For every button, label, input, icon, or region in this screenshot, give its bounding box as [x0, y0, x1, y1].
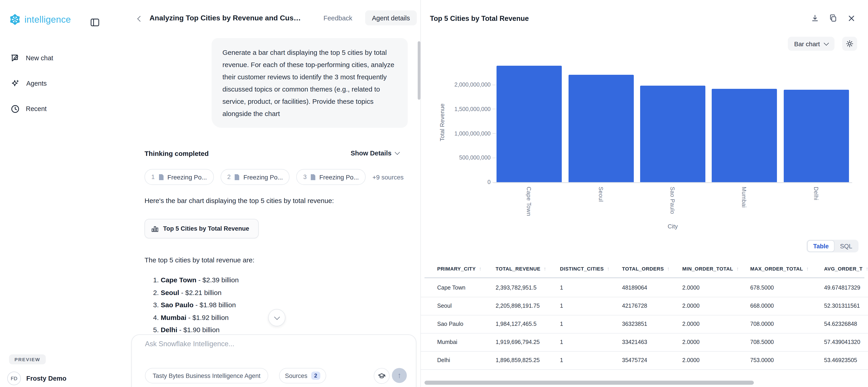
bar-cape-town[interactable] — [497, 65, 562, 182]
table-row[interactable]: Delhi1,896,859,825.251354757242.0000753.… — [421, 351, 868, 370]
feedback-link[interactable]: Feedback — [323, 14, 352, 22]
city-ranking-list: 1. Cape Town - $2.39 billion2. Seoul - $… — [153, 274, 239, 336]
sidebar-item-agents[interactable]: Agents — [6, 75, 106, 92]
rank-number: 4. — [153, 314, 161, 321]
back-button[interactable] — [135, 13, 145, 24]
document-icon — [234, 174, 240, 180]
table-cell: 1 — [560, 315, 563, 333]
show-details-toggle[interactable]: Show Details — [351, 150, 399, 157]
ranking-intro-text: The top 5 cities by total revenue are: — [145, 256, 254, 264]
chart-result-chip[interactable]: Top 5 Cities by Total Revenue — [145, 219, 259, 238]
learning-mode-button[interactable] — [374, 368, 390, 384]
table-row[interactable]: Sao Paulo1,984,127,465.51363238512.00007… — [421, 315, 868, 333]
table-cell: 1 — [560, 279, 563, 297]
x-tick-label: Delhi — [813, 187, 819, 200]
chart-settings-button[interactable] — [842, 37, 857, 51]
gear-icon — [846, 40, 854, 48]
response-intro-text: Here's the bar chart displaying the top … — [145, 197, 334, 204]
table-cell: 48189064 — [622, 279, 647, 297]
column-header[interactable]: PRIMARY_CITY↑ — [437, 266, 482, 272]
rank-amount: - $2.39 billion — [196, 276, 239, 284]
more-sources-link[interactable]: +9 sources — [372, 173, 404, 181]
download-button[interactable] — [810, 13, 820, 23]
column-header[interactable]: TOTAL_ORDERS↑ — [622, 266, 670, 272]
rank-amount: - $1.98 billion — [193, 301, 236, 308]
table-row[interactable]: Mumbai1,919,696,794.251334214632.0000708… — [421, 333, 868, 352]
app-logo-text: intelligence — [25, 14, 71, 25]
column-header[interactable]: MAX_ORDER_TOTAL↑ — [750, 266, 809, 272]
graduation-cap-icon — [378, 373, 385, 379]
ranking-item: 1. Cape Town - $2.39 billion — [153, 274, 239, 286]
x-axis-title: City — [629, 223, 716, 230]
chat-scrollbar-thumb[interactable] — [418, 41, 421, 100]
bar-seoul[interactable] — [568, 75, 633, 182]
column-header[interactable]: TOTAL_REVENUE↑ — [496, 266, 546, 272]
chevron-left-icon — [137, 16, 143, 21]
table-horizontal-scrollbar-thumb[interactable] — [425, 381, 754, 385]
table-cell: Cape Town — [437, 279, 465, 297]
source-chip[interactable]: 1Freezing Po... — [145, 169, 214, 185]
send-button[interactable]: ↑ — [392, 368, 407, 383]
sidebar-item-recent[interactable]: Recent — [6, 100, 106, 117]
copy-button[interactable] — [828, 13, 838, 23]
table-row[interactable]: Cape Town2,393,782,951.51481890642.00006… — [421, 279, 868, 297]
table-cell: 2.0000 — [682, 351, 700, 369]
chevron-down-icon — [274, 314, 280, 320]
y-tick-label: 1,500,000,000 — [448, 106, 491, 112]
snowflake-logo-icon — [9, 13, 21, 25]
bar-sao-paulo[interactable] — [640, 85, 705, 182]
bar-mumbai[interactable] — [712, 89, 777, 182]
user-prompt-bubble: Generate a bar chart displaying the top … — [212, 38, 408, 128]
send-arrow-icon: ↑ — [398, 371, 401, 379]
chart-detail-panel: Top 5 Cities by Total Revenue Bar chart — [421, 0, 868, 387]
table-cell: 54.62326848 — [824, 315, 857, 333]
preview-badge: PREVIEW — [9, 354, 46, 364]
agent-selector-chip[interactable]: Tasty Bytes Business Intelligence Agent — [145, 368, 268, 383]
column-header[interactable]: DISTINCT_CITIES↑ — [560, 266, 610, 272]
table-cell: 708.0000 — [750, 315, 774, 333]
tab-table[interactable]: Table — [807, 240, 835, 252]
x-tick-label: Sao Paulo — [669, 187, 676, 214]
bar-delhi[interactable] — [784, 90, 849, 182]
table-cell: 1 — [560, 333, 563, 351]
sort-arrow-icon: ↑ — [479, 266, 482, 272]
table-row[interactable]: Seoul2,205,898,191.751421767282.0000668.… — [421, 297, 868, 316]
thinking-status: Thinking completed — [145, 150, 209, 157]
table-cell: 2,205,898,191.75 — [496, 297, 540, 315]
table-cell: 1 — [560, 351, 563, 369]
table-cell: 33421463 — [622, 333, 647, 351]
table-cell: 1,919,696,794.25 — [496, 333, 540, 351]
sort-arrow-icon: ↑ — [544, 266, 547, 272]
rank-amount: - $2.21 billion — [179, 289, 221, 296]
agent-details-button[interactable]: Agent details — [365, 10, 417, 25]
y-tick-mark — [492, 85, 496, 85]
source-index: 1 — [151, 174, 155, 180]
table-cell: 2.0000 — [682, 333, 700, 351]
column-header[interactable]: AVG_ORDER_T↑ — [824, 266, 868, 272]
user-account[interactable]: FD Frosty Demo — [7, 371, 66, 385]
column-header[interactable]: MIN_ORDER_TOTAL↑ — [682, 266, 739, 272]
sidebar-item-label: Recent — [26, 105, 46, 112]
rank-city: Sao Paulo — [161, 301, 193, 308]
ranking-item: 5. Delhi - $1.90 billion — [153, 324, 239, 336]
scroll-to-bottom-button[interactable] — [268, 309, 285, 326]
show-details-label: Show Details — [351, 150, 392, 157]
y-axis-title: Total Revenue — [439, 103, 445, 141]
source-chip[interactable]: 2Freezing Po... — [220, 169, 289, 185]
table-cell: 1,984,127,465.5 — [496, 315, 537, 333]
chart-type-dropdown[interactable]: Bar chart — [788, 37, 835, 51]
table-header-row: PRIMARY_CITY↑TOTAL_REVENUE↑DISTINCT_CITI… — [421, 262, 868, 277]
tab-sql[interactable]: SQL — [835, 241, 858, 251]
source-label: Freezing Po... — [243, 173, 283, 181]
close-panel-button[interactable] — [846, 13, 856, 23]
sources-selector-chip[interactable]: Sources 2 — [279, 368, 326, 383]
collapse-sidebar-button[interactable] — [88, 16, 101, 29]
ranking-item: 2. Seoul - $2.21 billion — [153, 286, 239, 299]
source-chips-row: 1Freezing Po...2Freezing Po...3Freezing … — [145, 169, 404, 185]
y-tick-mark — [492, 158, 496, 158]
table-cell: 2.0000 — [682, 315, 700, 333]
sidebar-item-new-chat[interactable]: New chat — [6, 50, 106, 67]
x-tick-label: Seoul — [597, 187, 604, 202]
sort-arrow-icon: ↑ — [866, 266, 868, 272]
source-chip[interactable]: 3Freezing Po... — [297, 169, 366, 185]
